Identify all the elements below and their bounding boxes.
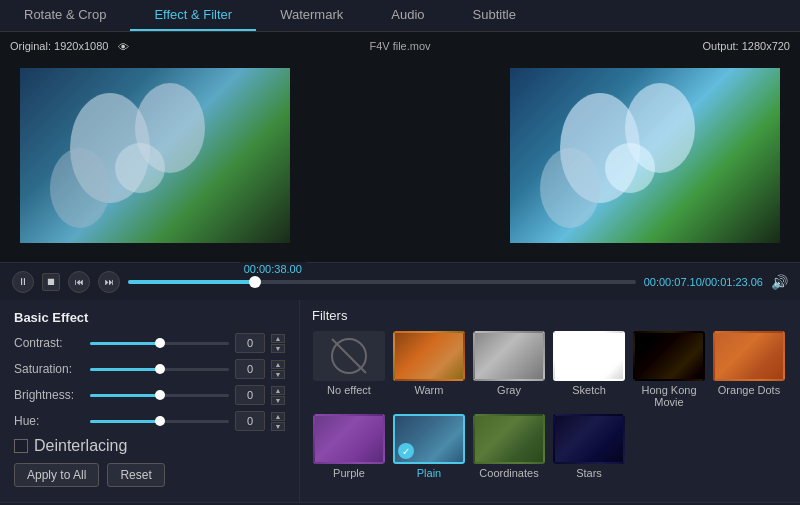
filter-item-plain[interactable]: ✓ Plain bbox=[392, 414, 466, 479]
progress-track[interactable]: 00:00:38.00 bbox=[128, 280, 636, 284]
bottom-panel: Basic Effect Contrast: 0 ▲ ▼ Saturation:… bbox=[0, 300, 800, 502]
reset-button[interactable]: Reset bbox=[107, 463, 164, 487]
brightness-up[interactable]: ▲ bbox=[271, 386, 285, 395]
hue-down[interactable]: ▼ bbox=[271, 422, 285, 431]
filter-thumb-warm bbox=[393, 331, 465, 381]
filter-thumb-plain: ✓ bbox=[393, 414, 465, 464]
saturation-down[interactable]: ▼ bbox=[271, 370, 285, 379]
brightness-row: Brightness: 0 ▲ ▼ bbox=[14, 385, 285, 405]
contrast-slider[interactable] bbox=[90, 342, 229, 345]
filter-label-stars: Stars bbox=[576, 467, 602, 479]
filter-item-gray[interactable]: Gray bbox=[472, 331, 546, 408]
volume-icon[interactable]: 🔊 bbox=[771, 274, 788, 290]
tab-rotate-crop[interactable]: Rotate & Crop bbox=[0, 0, 130, 31]
tab-subtitle[interactable]: Subtitle bbox=[449, 0, 540, 31]
filters-grid: No effect Warm Gray Sketch Hong Kong Mov… bbox=[312, 331, 788, 479]
filter-thumb-no-effect bbox=[313, 331, 385, 381]
hue-label: Hue: bbox=[14, 414, 84, 428]
hue-value[interactable]: 0 bbox=[235, 411, 265, 431]
filter-item-no-effect[interactable]: No effect bbox=[312, 331, 386, 408]
play-pause-button[interactable]: ⏸ bbox=[12, 271, 34, 293]
filter-label-plain: Plain bbox=[417, 467, 441, 479]
eye-icon[interactable]: 👁 bbox=[118, 41, 129, 53]
contrast-down[interactable]: ▼ bbox=[271, 344, 285, 353]
stop-button[interactable]: ⏹ bbox=[42, 273, 60, 291]
filter-label-no-effect: No effect bbox=[327, 384, 371, 396]
tab-effect-filter[interactable]: Effect & Filter bbox=[130, 0, 256, 31]
filter-label-orangedots: Orange Dots bbox=[718, 384, 780, 396]
file-label: F4V file.mov bbox=[369, 40, 430, 52]
filter-label-hk: Hong Kong Movie bbox=[632, 384, 706, 408]
saturation-up[interactable]: ▲ bbox=[271, 360, 285, 369]
output-label: Output: 1280x720 bbox=[703, 40, 790, 52]
timestamp-overlay: 00:00:38.00 bbox=[240, 262, 306, 276]
deinterlacing-label: Deinterlacing bbox=[34, 437, 127, 455]
progress-thumb[interactable] bbox=[249, 276, 261, 288]
time-display: 00:00:07.10/00:01:23.06 bbox=[644, 276, 763, 288]
filter-item-stars[interactable]: Stars bbox=[552, 414, 626, 479]
skip-forward-button[interactable]: ⏭ bbox=[98, 271, 120, 293]
tab-watermark[interactable]: Watermark bbox=[256, 0, 367, 31]
filter-label-purple: Purple bbox=[333, 467, 365, 479]
saturation-row: Saturation: 0 ▲ ▼ bbox=[14, 359, 285, 379]
action-row: Apply to All Reset bbox=[14, 463, 285, 487]
contrast-row: Contrast: 0 ▲ ▼ bbox=[14, 333, 285, 353]
filter-label-warm: Warm bbox=[415, 384, 444, 396]
skip-back-button[interactable]: ⏮ bbox=[68, 271, 90, 293]
tab-audio[interactable]: Audio bbox=[367, 0, 448, 31]
filter-label-sketch: Sketch bbox=[572, 384, 606, 396]
saturation-value[interactable]: 0 bbox=[235, 359, 265, 379]
filters-panel: Filters No effect Warm Gray bbox=[300, 300, 800, 502]
filter-item-sketch[interactable]: Sketch bbox=[552, 331, 626, 408]
filter-item-orange-dots[interactable]: Orange Dots bbox=[712, 331, 786, 408]
filter-label-gray: Gray bbox=[497, 384, 521, 396]
filters-title: Filters bbox=[312, 308, 788, 323]
preview-area: Original: 1920x1080 👁 F4V file.mov Outpu… bbox=[0, 32, 800, 262]
filter-label-coordinates: Coordinates bbox=[479, 467, 538, 479]
filter-item-purple[interactable]: Purple bbox=[312, 414, 386, 479]
hue-up[interactable]: ▲ bbox=[271, 412, 285, 421]
filter-thumb-sketch bbox=[553, 331, 625, 381]
contrast-label: Contrast: bbox=[14, 336, 84, 350]
progress-fill bbox=[128, 280, 255, 284]
filter-check-plain: ✓ bbox=[398, 443, 414, 459]
brightness-value[interactable]: 0 bbox=[235, 385, 265, 405]
saturation-slider[interactable] bbox=[90, 368, 229, 371]
filter-thumb-stars bbox=[553, 414, 625, 464]
brightness-slider[interactable] bbox=[90, 394, 229, 397]
hue-row: Hue: 0 ▲ ▼ bbox=[14, 411, 285, 431]
preview-video-left bbox=[20, 68, 290, 243]
filter-thumb-orangedots bbox=[713, 331, 785, 381]
filter-thumb-hk bbox=[633, 331, 705, 381]
deinterlacing-checkbox[interactable] bbox=[14, 439, 28, 453]
deinterlacing-row: Deinterlacing bbox=[14, 437, 285, 455]
filter-item-coordinates[interactable]: Coordinates bbox=[472, 414, 546, 479]
filter-thumb-coordinates bbox=[473, 414, 545, 464]
original-label: Original: 1920x1080 👁 bbox=[10, 40, 129, 53]
tab-bar: Rotate & Crop Effect & Filter Watermark … bbox=[0, 0, 800, 32]
contrast-up[interactable]: ▲ bbox=[271, 334, 285, 343]
brightness-label: Brightness: bbox=[14, 388, 84, 402]
filter-thumb-gray bbox=[473, 331, 545, 381]
effect-title: Basic Effect bbox=[14, 310, 285, 325]
brightness-down[interactable]: ▼ bbox=[271, 396, 285, 405]
preview-video-right bbox=[510, 68, 780, 243]
apply-all-button[interactable]: Apply to All bbox=[14, 463, 99, 487]
effect-panel: Basic Effect Contrast: 0 ▲ ▼ Saturation:… bbox=[0, 300, 300, 502]
filter-item-hk-movie[interactable]: Hong Kong Movie bbox=[632, 331, 706, 408]
playback-bar: ⏸ ⏹ ⏮ ⏭ 00:00:38.00 00:00:07.10/00:01:23… bbox=[0, 262, 800, 300]
contrast-value[interactable]: 0 bbox=[235, 333, 265, 353]
filter-item-warm[interactable]: Warm bbox=[392, 331, 466, 408]
filter-thumb-purple bbox=[313, 414, 385, 464]
hue-slider[interactable] bbox=[90, 420, 229, 423]
saturation-label: Saturation: bbox=[14, 362, 84, 376]
